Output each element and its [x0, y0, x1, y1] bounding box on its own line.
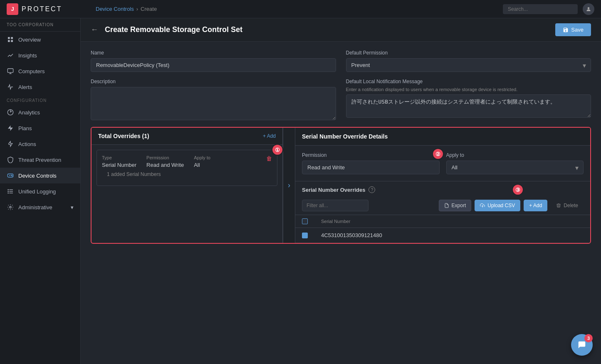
- gamepad-icon: [7, 172, 14, 179]
- override-item-cols: Type Serial Number Permission Read and W…: [102, 155, 272, 168]
- override-type-col: Type Serial Number: [102, 155, 136, 168]
- override-item[interactable]: Type Serial Number Permission Read and W…: [96, 150, 277, 186]
- sidebar-overview-label: Overview: [18, 37, 41, 43]
- grid-icon: [7, 36, 14, 43]
- logo-icon: J: [7, 3, 18, 15]
- search-input[interactable]: [503, 4, 578, 14]
- sidebar-plans-label: Plans: [18, 125, 32, 131]
- back-button[interactable]: ←: [91, 25, 98, 34]
- add-serial-label: + Add: [529, 203, 542, 208]
- serial-form: ② Permission Apply to All Read Only None: [295, 146, 590, 181]
- description-textarea[interactable]: [91, 87, 336, 120]
- add-serial-button[interactable]: + Add: [524, 200, 547, 211]
- svg-marker-10: [8, 125, 13, 131]
- svg-rect-4: [11, 40, 13, 42]
- serial-apply-label: Apply to: [446, 152, 584, 158]
- serial-apply-wrapper: All Read Only None: [446, 161, 584, 174]
- serial-permission-input[interactable]: [302, 161, 440, 174]
- svg-point-20: [8, 191, 8, 191]
- monitor-icon: [7, 67, 14, 75]
- description-label: Description: [91, 79, 336, 84]
- lightning-icon: [7, 124, 14, 132]
- shield-icon: [7, 156, 14, 163]
- sidebar-item-unified-logging[interactable]: Unified Logging: [0, 183, 80, 199]
- sidebar-item-plans[interactable]: Plans: [0, 120, 80, 136]
- delete-serial-button[interactable]: Delete: [551, 200, 584, 211]
- user-icon[interactable]: [583, 3, 594, 15]
- step-3-badge: ③: [512, 184, 524, 196]
- type-col-label: Type: [102, 155, 136, 160]
- sidebar-item-actions[interactable]: Actions: [0, 136, 80, 152]
- sidebar-item-overview[interactable]: Overview: [0, 32, 80, 47]
- svg-rect-5: [7, 69, 13, 72]
- save-button-label: Save: [571, 27, 584, 33]
- svg-point-19: [8, 189, 8, 190]
- form-row-2: Description Default Local Notification M…: [91, 79, 591, 120]
- apply-col-value: All: [194, 162, 210, 168]
- svg-point-21: [8, 193, 8, 193]
- permission-col-value: Read and Write: [146, 162, 184, 168]
- serial-overrides-title: Serial Number Overrides: [302, 187, 365, 193]
- sidebar-item-threat-prevention[interactable]: Threat Prevention: [0, 152, 80, 168]
- sidebar-computers-label: Computers: [18, 68, 45, 74]
- save-button[interactable]: Save: [555, 23, 591, 36]
- svg-rect-2: [11, 37, 13, 39]
- svg-point-22: [10, 206, 11, 208]
- svg-point-15: [12, 176, 12, 176]
- sidebar-insights-label: Insights: [18, 52, 37, 59]
- logo: J PROTECT: [7, 3, 87, 15]
- overrides-left-panel: Total Overrides (1) + Add ① Type Serial …: [92, 128, 283, 243]
- sidebar-item-analytics[interactable]: Analytics: [0, 104, 80, 120]
- serial-apply-select[interactable]: All Read Only None: [446, 161, 584, 174]
- breadcrumb-link[interactable]: Device Controls: [96, 6, 134, 12]
- select-all-checkbox[interactable]: [302, 218, 308, 224]
- chat-button[interactable]: 3: [571, 334, 593, 356]
- default-permission-group: Default Permission Prevent Allow Read On…: [346, 50, 591, 72]
- form-row-1: Name Default Permission Prevent Allow Re…: [91, 50, 591, 72]
- breadcrumb-separator: ›: [136, 6, 138, 12]
- default-permission-label: Default Permission: [346, 50, 591, 56]
- table-row[interactable]: 4C531001350309121480: [295, 228, 590, 243]
- gear-icon: [7, 203, 14, 211]
- notification-textarea[interactable]: 許可されたUSBストレージ以外の接続はシステム管理者によって制限されています。: [346, 94, 591, 118]
- default-permission-select[interactable]: Prevent Allow Read Only: [346, 58, 591, 72]
- delete-label: Delete: [564, 203, 578, 208]
- help-icon[interactable]: ?: [369, 186, 375, 193]
- topbar: J PROTECT Device Controls › Create: [0, 0, 601, 18]
- default-permission-wrapper: Prevent Allow Read Only: [346, 58, 591, 72]
- filter-input[interactable]: [302, 200, 369, 211]
- name-input[interactable]: [91, 58, 336, 72]
- serial-apply-group: Apply to All Read Only None: [446, 152, 584, 174]
- delete-override-icon[interactable]: 🗑: [266, 155, 272, 162]
- name-group: Name: [91, 50, 336, 72]
- apply-col-label: Apply to: [194, 155, 210, 160]
- notification-label: Default Local Notification Message: [346, 79, 591, 84]
- overrides-title: Total Overrides (1): [98, 133, 149, 139]
- notification-hint: Enter a notification displayed to users …: [346, 87, 591, 92]
- sidebar-item-device-controls[interactable]: Device Controls: [0, 168, 80, 183]
- export-button[interactable]: Export: [439, 200, 472, 211]
- permission-col-label: Permission: [146, 155, 184, 160]
- logo-text: PROTECT: [22, 5, 62, 13]
- serial-number-header: Serial Number: [314, 215, 590, 228]
- upload-csv-button[interactable]: Upload CSV: [475, 200, 520, 211]
- row-checkbox-cell: [295, 228, 314, 243]
- sidebar-item-computers[interactable]: Computers: [0, 63, 80, 79]
- override-added-text: 1 added Serial Numbers: [102, 168, 272, 181]
- sidebar-item-alerts[interactable]: Alerts: [0, 79, 80, 95]
- serial-toolbar: Export Upload CSV + Add Dele: [295, 196, 590, 215]
- pulse-icon: [7, 83, 14, 91]
- sidebar-alerts-label: Alerts: [18, 84, 32, 90]
- sidebar-item-administrative[interactable]: Administrative ▾: [0, 199, 80, 215]
- sidebar-item-insights[interactable]: Insights: [0, 47, 80, 63]
- analytics-icon: [7, 109, 14, 116]
- serial-header: Serial Number Override Details: [295, 128, 590, 146]
- type-col-value: Serial Number: [102, 162, 136, 168]
- row-checkbox[interactable]: [302, 233, 308, 238]
- sidebar-analytics-label: Analytics: [18, 109, 40, 116]
- overrides-container: Total Overrides (1) + Add ① Type Serial …: [91, 127, 591, 244]
- add-override-button[interactable]: + Add: [263, 133, 276, 139]
- svg-rect-3: [8, 40, 10, 42]
- layout: TOO CORPORATION Overview Insights Comput…: [0, 18, 601, 364]
- bolt-icon: [7, 140, 14, 148]
